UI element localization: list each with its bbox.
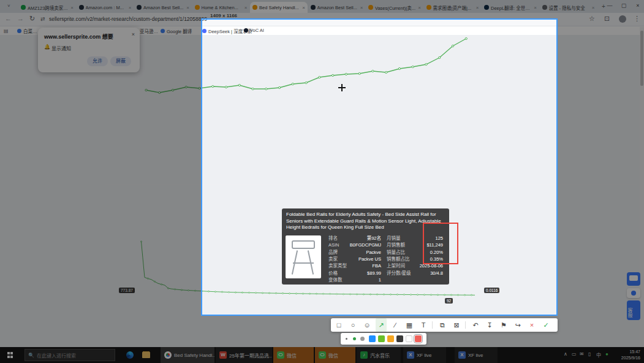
snip-pen-tool-icon[interactable]: ∕	[390, 318, 401, 332]
color-swatch[interactable]	[415, 335, 422, 342]
snip-mosaic-tool-icon[interactable]: ▦	[404, 318, 415, 332]
stroke-size-dot[interactable]	[346, 338, 347, 340]
snip-dim-right	[558, 20, 644, 316]
snip-share-tool-icon[interactable]: ↪	[512, 318, 523, 332]
snip-undo-tool-icon[interactable]: ↶	[470, 318, 481, 332]
snip-selection-rectangle[interactable]	[201, 18, 558, 316]
snip-ocr-tool-icon[interactable]: ⊠	[451, 318, 462, 332]
desktop: ˅ AMZ123跨境卖家导航×Amazon.com : M...×Amazon …	[0, 0, 644, 363]
stroke-size-dot[interactable]	[353, 337, 356, 340]
color-swatch[interactable]	[387, 335, 394, 342]
snip-arrow-tool-icon[interactable]: ↗	[376, 318, 387, 332]
snip-size-label: 1409 x 1166	[210, 13, 237, 18]
color-swatch[interactable]	[378, 335, 385, 342]
snip-ellipse-tool-icon[interactable]: ○	[347, 318, 358, 332]
snip-confirm-tool-icon[interactable]: ✓	[540, 318, 551, 332]
snip-text-tool-icon[interactable]: T	[418, 318, 429, 332]
snip-color-palette	[341, 333, 426, 345]
color-swatch[interactable]	[396, 335, 403, 342]
snip-save-tool-icon[interactable]: ↧	[484, 318, 495, 332]
snip-cancel-tool-icon[interactable]: ×	[526, 318, 537, 332]
snip-copy-tool-icon[interactable]: ⧉	[437, 318, 448, 332]
snip-dim-left	[0, 20, 202, 316]
snip-rect-tool-icon[interactable]: □	[333, 318, 344, 332]
toolbar-separator	[465, 321, 466, 329]
toolbar-separator	[432, 321, 433, 329]
snip-dim-top	[0, 0, 644, 20]
snip-toolbar: □○☺↗∕▦T⧉⊠↶↧⚑↪×✓	[331, 318, 558, 332]
snip-pin-tool-icon[interactable]: ⚑	[498, 318, 509, 332]
snip-emoji-tool-icon[interactable]: ☺	[362, 318, 373, 332]
stroke-size-dot[interactable]	[360, 337, 365, 341]
color-swatch[interactable]	[369, 335, 376, 342]
color-swatch[interactable]	[406, 335, 412, 342]
